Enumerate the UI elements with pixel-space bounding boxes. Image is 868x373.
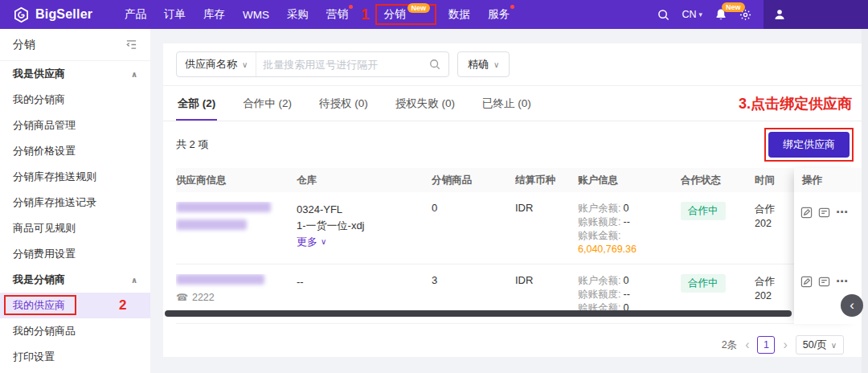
tab-terminated[interactable]: 已终止 (0): [481, 86, 533, 121]
nav-item-wms[interactable]: WMS: [234, 0, 278, 29]
account-value: --: [623, 289, 629, 300]
warehouse-name: 1-一货一位-xdj: [297, 218, 424, 234]
account-label: 赊账额度:: [578, 289, 620, 300]
nav-item-label: 营销: [326, 7, 348, 22]
phone-number: 2222: [192, 292, 215, 303]
search-combo: 供应商名称 ∨: [176, 51, 449, 77]
annotation-box-1: 分销 New: [375, 4, 437, 25]
table-row: 0324-YFL 1-一货一位-xdj 更多∨ 0 IDR 账户余额:0 赊账额…: [176, 192, 862, 264]
current-page-button[interactable]: 1: [757, 336, 775, 354]
warehouse-cell: 0324-YFL 1-一货一位-xdj 更多∨: [297, 202, 432, 264]
edit-record-icon[interactable]: [800, 276, 813, 291]
nav-item-label: 服务: [488, 7, 510, 22]
tab-pending-auth[interactable]: 待授权 (0): [317, 86, 370, 121]
sidebar-item-distribution-fee-settings[interactable]: 分销费用设置: [0, 241, 150, 267]
horizontal-scrollbar-thumb[interactable]: [165, 310, 792, 317]
tab-auth-failed[interactable]: 授权失败 (0): [394, 86, 457, 121]
sidebar-item-distribution-price-settings[interactable]: 分销价格设置: [0, 138, 150, 164]
more-label: 更多: [297, 234, 317, 250]
account-value: --: [623, 216, 629, 227]
blurred-supplier-name: [176, 219, 247, 230]
nav-item-distribution[interactable]: 分销: [379, 7, 407, 22]
total-count: 共 2 项: [176, 137, 208, 152]
screen: BigSeller 产品 订单 库存 WMS 采购 营销 1 分销 New 数据…: [0, 0, 868, 373]
section-label: 我是分销商: [13, 273, 65, 287]
brand-name: BigSeller: [35, 7, 92, 22]
more-warehouses-link[interactable]: 更多∨: [297, 234, 326, 250]
document-icon[interactable]: [818, 207, 830, 222]
search-submit-icon[interactable]: [429, 59, 448, 70]
nav-item-purchase[interactable]: 采购: [278, 0, 317, 29]
sidebar-item-my-distributors[interactable]: 我的分销商: [0, 87, 150, 113]
sidebar-item-stock-push-rules[interactable]: 分销库存推送规则: [0, 164, 150, 190]
brand-logo[interactable]: BigSeller: [13, 6, 116, 23]
tab-label: 授权失败 (0): [395, 97, 455, 109]
nav-item-products[interactable]: 产品: [116, 0, 155, 29]
nav-item-inventory[interactable]: 库存: [194, 0, 234, 29]
sidebar-item-label: 我的分销商: [13, 92, 65, 107]
sidebar-item-distribution-product-mgmt[interactable]: 分销商品管理: [0, 113, 150, 138]
top-navbar: BigSeller 产品 订单 库存 WMS 采购 营销 1 分销 New 数据…: [0, 0, 868, 29]
nav-item-services[interactable]: 服务: [479, 0, 518, 29]
nav-item-orders[interactable]: 订单: [155, 0, 194, 29]
chevron-down-icon: ∨: [493, 60, 499, 69]
search-input[interactable]: [256, 59, 429, 71]
prev-page-icon[interactable]: ‹: [745, 338, 749, 351]
search-field-value: 供应商名称: [185, 57, 237, 72]
more-actions-icon[interactable]: ⋯: [836, 276, 848, 287]
nav-right-cluster: CN▾ New: [657, 0, 868, 29]
account-label: 账户余额:: [578, 275, 620, 286]
nav-item-marketing[interactable]: 营销: [317, 0, 357, 29]
blurred-supplier-name: [176, 274, 264, 285]
notification-dot: [510, 5, 514, 9]
tab-all[interactable]: 全部 (2): [176, 86, 217, 121]
nav-item-data[interactable]: 数据: [440, 0, 479, 29]
notifications-button[interactable]: New: [714, 8, 727, 21]
vertical-scrollbar-track[interactable]: [862, 29, 868, 373]
sidebar-header: 分销: [0, 29, 150, 61]
sidebar-item-product-visibility-rules[interactable]: 商品可见规则: [0, 215, 150, 241]
more-actions-icon[interactable]: ⋯: [836, 207, 848, 218]
status-cell: 合作中: [681, 202, 755, 264]
warehouse-name: --: [297, 274, 424, 290]
bell-new-badge: New: [722, 2, 745, 12]
page-size-select[interactable]: 50/页 ∨: [796, 335, 844, 355]
collapse-sidebar-icon[interactable]: [125, 39, 137, 51]
search-field-select[interactable]: 供应商名称 ∨: [177, 52, 256, 76]
edit-record-icon[interactable]: [800, 207, 813, 222]
supplier-info-cell: [176, 202, 297, 264]
list-toolbar: 共 2 项 绑定供应商: [163, 121, 862, 168]
nav-item-label: 采购: [287, 7, 309, 22]
products-count-cell: 0: [432, 202, 515, 264]
account-label: 赊账金额:: [578, 230, 620, 241]
tab-cooperating[interactable]: 合作中 (2): [241, 86, 293, 121]
credit-amount: 6,040,769.36: [578, 243, 673, 256]
sidebar-item-print-settings[interactable]: 打印设置: [0, 344, 150, 370]
sidebar-section-supplier[interactable]: 我是供应商 ∧: [0, 61, 150, 87]
match-mode-select[interactable]: 精确 ∨: [457, 51, 510, 77]
sidebar-item-my-suppliers[interactable]: 我的供应商 2: [0, 293, 150, 318]
document-icon[interactable]: [818, 276, 830, 291]
collapse-panel-button[interactable]: ‹: [841, 294, 863, 317]
sidebar-section-distributor[interactable]: 我是分销商 ∧: [0, 267, 150, 293]
tab-label: 已终止 (0): [482, 97, 531, 109]
notification-dot: [349, 5, 353, 9]
sidebar-item-stock-push-records[interactable]: 分销库存推送记录: [0, 190, 150, 215]
sidebar-item-label: 分销商品管理: [13, 118, 76, 133]
suppliers-table: 供应商信息 仓库 分销商品 结算币种 账户信息 合作状态 时间 0324-YFL…: [176, 168, 862, 324]
chevron-down-icon: ∨: [321, 234, 326, 250]
search-icon[interactable]: [657, 9, 669, 21]
chevron-down-icon: ∨: [831, 341, 837, 350]
nav-menu: 产品 订单 库存 WMS 采购 营销 1 分销 New 数据 服务: [116, 0, 518, 29]
filter-bar: 供应商名称 ∨ 精确 ∨: [163, 43, 862, 86]
chevron-down-icon: ▾: [698, 10, 702, 18]
col-header-products: 分销商品: [432, 174, 515, 187]
language-selector[interactable]: CN▾: [682, 9, 702, 20]
user-account-button[interactable]: [764, 0, 868, 29]
next-page-icon[interactable]: ›: [783, 338, 787, 351]
new-badge: New: [407, 3, 431, 13]
nav-item-label: 分销: [384, 7, 406, 22]
user-avatar-icon: [773, 8, 786, 21]
sidebar-item-my-distribution-products[interactable]: 我的分销商品: [0, 318, 150, 344]
bind-supplier-button[interactable]: 绑定供应商: [768, 132, 850, 158]
